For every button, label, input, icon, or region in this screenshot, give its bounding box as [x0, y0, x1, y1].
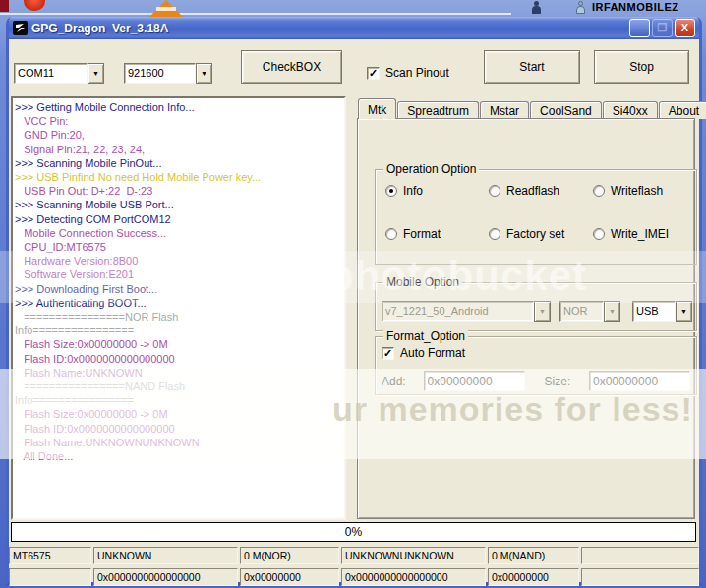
checkbox-check-icon[interactable]: ✓ — [367, 67, 380, 80]
log-line: Flash Size:0x00000000 -> 0M — [15, 407, 344, 421]
log-line: Software Version:E201 — [15, 267, 344, 281]
flash-type-select: NOR ▼ — [559, 301, 620, 322]
radio-readflash[interactable]: Readflash — [489, 184, 593, 198]
boot-file-select: v7_1221_50_Android ▼ — [382, 301, 551, 322]
baud-rate-select[interactable]: 921600 ▼ — [124, 63, 212, 84]
radio-label: Info — [403, 184, 423, 198]
log-line: USB Pin Out: D+:22 D-:23 — [15, 184, 344, 198]
log-line: Mobile Connection Success... — [15, 226, 344, 240]
status-cell-r1-c3: 0 M(NOR) — [240, 547, 339, 564]
tab-mstar[interactable]: Mstar — [480, 101, 529, 119]
flash-type-value: NOR — [559, 301, 604, 322]
log-line: Flash Size:0x00000000 -> 0M — [15, 337, 344, 351]
desktop-username: IRFANMOBILEZ — [592, 1, 679, 13]
status-cell-r2-c4: 0x0000000000000000 — [341, 568, 486, 586]
messenger-icon[interactable] — [531, 1, 542, 14]
app-window: GPG_Dragon Ver_3.18A _ ❒ X COM11 ▼ 92160… — [6, 17, 702, 585]
log-panel[interactable]: >>> Getting Mobile Connection Info... VC… — [11, 96, 346, 520]
client-area: COM11 ▼ 921600 ▼ CheckBOX ✓ Scan Pinout … — [9, 39, 699, 582]
log-line: >>> Detecting COM PortCOM12 — [15, 212, 344, 226]
auto-format-checkbox[interactable]: ✓ Auto Format — [382, 346, 465, 360]
progress-bar: 0% — [11, 522, 696, 542]
connection-select[interactable]: USB ▼ — [632, 301, 692, 322]
stop-button[interactable]: Stop — [594, 50, 689, 84]
tab-si40xx[interactable]: Si40xx — [603, 101, 658, 119]
log-line: Flash Name:UNKNOWN — [15, 366, 344, 380]
app-icon — [13, 21, 28, 35]
tab-mtk[interactable]: Mtk — [358, 98, 396, 119]
baud-rate-value: 921600 — [124, 63, 196, 84]
close-button[interactable]: X — [675, 19, 695, 37]
boot-file-value: v7_1221_50_Android — [382, 301, 534, 322]
com-port-value: COM11 — [14, 63, 88, 84]
status-cell-r2-c1 — [9, 568, 91, 586]
radio-factory-set[interactable]: Factory set — [489, 227, 593, 241]
log-line: Flash ID:0x0000000000000000 — [15, 352, 344, 366]
checkbox-check-icon[interactable]: ✓ — [382, 347, 394, 360]
mobile-option-title: Mobile Option — [383, 275, 462, 289]
status-cell-r1-c1: MT6575 — [9, 547, 91, 564]
log-line: All Done... — [15, 449, 344, 463]
desktop-background: IRFANMOBILEZ — [0, 0, 706, 17]
maximize-button[interactable]: ❒ — [652, 19, 673, 37]
radio-icon[interactable] — [593, 185, 605, 197]
browser-icon[interactable] — [24, 0, 45, 11]
minimize-button[interactable]: _ — [629, 19, 650, 37]
log-line: Info================ — [15, 323, 344, 337]
radio-label: Writeflash — [611, 184, 663, 198]
tab-about-us[interactable]: About US — [659, 101, 706, 119]
radio-format[interactable]: Format — [385, 227, 489, 241]
chevron-down-icon: ▼ — [534, 301, 551, 322]
radio-icon[interactable] — [385, 185, 397, 197]
desktop-window-edge — [0, 13, 511, 15]
chevron-down-icon[interactable]: ▼ — [676, 301, 692, 322]
tab-strip: MtkSpreadtrumMstarCoolSandSi40xxAbout US — [358, 98, 699, 119]
status-cell-r1-c2: UNKNOWN — [93, 547, 238, 564]
log-line: GND Pin:20, — [15, 128, 344, 142]
radio-writeflash[interactable]: Writeflash — [593, 184, 692, 198]
title-bar[interactable]: GPG_Dragon Ver_3.18A _ ❒ X — [9, 17, 699, 39]
status-cell-r2-c3: 0x00000000 — [240, 568, 339, 586]
radio-icon[interactable] — [489, 228, 500, 240]
status-bar: MT6575UNKNOWN0 M(NOR)UNKNOWNUNKNOWN0 M(N… — [9, 547, 699, 588]
start-button[interactable]: Start — [484, 50, 580, 84]
stop-button-label: Stop — [629, 60, 654, 74]
log-line: >>> USB Pinfind No need Hold Mobile Powe… — [15, 170, 344, 184]
scan-pinout-checkbox[interactable]: ✓ Scan Pinout — [367, 66, 449, 80]
start-button-label: Start — [519, 60, 544, 74]
scan-pinout-label: Scan Pinout — [385, 66, 449, 80]
status-cell-r1-c4: UNKNOWNUNKNOWN — [341, 547, 486, 564]
add-input[interactable] — [424, 371, 525, 391]
chevron-down-icon[interactable]: ▼ — [88, 63, 104, 84]
progress-value: 0% — [345, 525, 362, 539]
log-line: >>> Getting Mobile Connection Info... — [15, 100, 344, 114]
radio-write_imei[interactable]: Write_IMEI — [593, 227, 692, 241]
radio-label: Factory set — [506, 227, 564, 241]
status-cell-r1-c5: 0 M(NAND) — [488, 547, 579, 564]
status-cell-r2-c6 — [581, 568, 699, 586]
tab-coolsand[interactable]: CoolSand — [530, 101, 602, 119]
format-option-group: Format_Option ✓ Auto Format Add: Size: — [375, 336, 697, 395]
log-line: >>> Downloading First Boot... — [15, 282, 344, 296]
log-line: Hardware Version:8B00 — [15, 254, 344, 267]
chevron-down-icon[interactable]: ▼ — [196, 63, 212, 84]
vlc-cone-icon[interactable] — [149, 0, 183, 17]
log-line: ================NOR Flash — [15, 310, 344, 323]
tab-spreadtrum[interactable]: Spreadtrum — [397, 101, 479, 119]
log-line: >>> Scanning Mobile PinOut... — [15, 156, 344, 170]
com-port-select[interactable]: COM11 ▼ — [14, 63, 104, 84]
radio-icon[interactable] — [593, 228, 605, 240]
log-line: ================NAND Flash — [15, 380, 344, 393]
radio-label: Format — [403, 227, 441, 241]
checkbox-button[interactable]: CheckBOX — [241, 50, 342, 84]
auto-format-label: Auto Format — [400, 346, 465, 360]
log-line: >>> Scanning Mobile USB Port... — [15, 198, 344, 211]
log-line: >>> Authenticating BOOT... — [15, 296, 344, 310]
size-input[interactable] — [589, 371, 690, 391]
radio-icon[interactable] — [385, 228, 397, 240]
radio-icon[interactable] — [489, 185, 500, 197]
status-cell-r2-c2: 0x0000000000000000 — [93, 568, 238, 586]
radio-info[interactable]: Info — [385, 184, 489, 198]
radio-label: Write_IMEI — [611, 227, 669, 241]
log-line: Flash Name:UNKNOWNUNKNOWN — [15, 436, 344, 449]
